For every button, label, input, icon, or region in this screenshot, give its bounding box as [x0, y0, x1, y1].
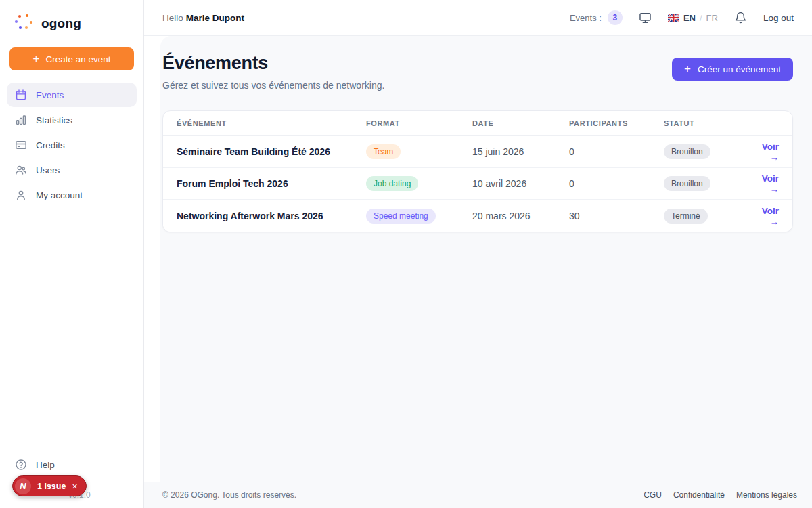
brand: ogong [0, 0, 143, 35]
table-header-row: ÉVÉNEMENTFORMATDATEPARTICIPANTSSTATUT [163, 111, 792, 136]
user-name: Marie Dupont [186, 13, 244, 23]
column-header: ÉVÉNEMENT [163, 119, 366, 127]
column-header: FORMAT [366, 119, 472, 127]
page-title: Événements [162, 53, 384, 74]
lang-fr[interactable]: FR [706, 13, 718, 23]
sidebar-item-label: Credits [36, 140, 65, 150]
footer-links: CGUConfidentialitéMentions légales [644, 490, 797, 500]
event-date: 20 mars 2026 [472, 211, 569, 221]
language-switcher[interactable]: EN / FR [668, 13, 718, 23]
sidebar-item-label: Events [36, 90, 64, 100]
ogong-logo-icon [13, 13, 35, 35]
issue-count-label: 1 Issue [37, 482, 66, 491]
event-participants: 0 [569, 178, 664, 189]
footer-link[interactable]: CGU [644, 490, 662, 500]
sidebar-item-label: Users [36, 165, 60, 175]
bell-icon[interactable] [734, 12, 747, 24]
sidebar-item[interactable]: Credits [7, 133, 137, 157]
table-row[interactable]: Networking Afterwork Mars 2026 Speed mee… [163, 200, 792, 232]
sidebar-item[interactable]: Events [7, 83, 137, 107]
format-badge: Speed meeting [366, 209, 436, 224]
credit-card-icon [15, 139, 27, 151]
sidebar-item-label: My account [36, 190, 83, 200]
close-icon[interactable]: × [72, 482, 77, 491]
status-badge: Brouillon [664, 176, 710, 191]
monitor-icon[interactable] [639, 12, 652, 24]
event-participants: 30 [569, 211, 664, 221]
user-icon [15, 189, 27, 201]
event-name: Forum Emploi Tech 2026 [163, 178, 366, 189]
copyright: © 2026 OGong. Tous droits reservés. [162, 490, 296, 500]
event-name: Séminaire Team Building Été 2026 [163, 146, 366, 157]
event-date: 15 juin 2026 [472, 146, 569, 157]
format-badge: Team [366, 144, 401, 159]
page-header: Événements Gérez et suivez tous vos évén… [162, 53, 793, 91]
topbar: HelloMarie Dupont Events : 3 [144, 0, 812, 36]
status-badge: Brouillon [664, 144, 710, 159]
format-badge: Job dating [366, 176, 418, 191]
column-header: STATUT [664, 119, 755, 127]
page-subtitle: Gérez et suivez tous vos événements de n… [162, 80, 384, 91]
topbar-actions: Events : 3 [570, 10, 794, 25]
help-circle-icon [15, 459, 27, 471]
column-header: PARTICIPANTS [569, 119, 664, 127]
sidebar-item[interactable]: My account [7, 183, 137, 207]
create-event-label: Create an event [45, 54, 110, 64]
view-link[interactable]: Voir → [762, 173, 779, 194]
issues-widget[interactable]: N 1 Issue × [12, 475, 87, 496]
footer-link[interactable]: Mentions légales [736, 490, 797, 500]
event-date: 10 avril 2026 [472, 178, 569, 189]
lang-en[interactable]: EN [683, 13, 696, 23]
content-panel: Événements Gérez et suivez tous vos évén… [160, 36, 812, 482]
footer: © 2026 OGong. Tous droits reservés. CGUC… [144, 482, 812, 508]
calendar-icon [15, 89, 27, 101]
events-table: ÉVÉNEMENTFORMATDATEPARTICIPANTSSTATUT Sé… [162, 110, 793, 232]
n-logo-icon: N [15, 478, 31, 494]
column-header: DATE [472, 119, 569, 127]
table-row[interactable]: Forum Emploi Tech 2026 Job dating 10 avr… [163, 168, 792, 200]
status-badge: Terminé [664, 209, 708, 224]
table-body: Séminaire Team Building Été 2026 Team 15… [163, 136, 792, 232]
sidebar-item[interactable]: Users [7, 158, 137, 182]
sidebar-item-help[interactable]: Help [7, 452, 137, 477]
view-link[interactable]: Voir → [762, 142, 779, 163]
help-label: Help [36, 460, 55, 470]
app-shell: ogong + Create an event Events Statistic… [0, 0, 812, 508]
event-participants: 0 [569, 146, 664, 157]
uk-flag-icon [668, 14, 679, 22]
bar-chart-icon [15, 114, 27, 126]
view-link[interactable]: Voir → [762, 206, 779, 227]
plus-icon: + [684, 63, 691, 75]
sidebar: ogong + Create an event Events Statistic… [0, 0, 144, 508]
main-column: HelloMarie Dupont Events : 3 [144, 0, 812, 508]
events-counter: Events : 3 [570, 10, 623, 25]
logout-button[interactable]: Log out [763, 13, 794, 23]
sidebar-item-label: Statistics [36, 115, 72, 125]
event-name: Networking Afterwork Mars 2026 [163, 211, 366, 221]
sidebar-nav: Events Statistics Credits Users My accou… [0, 83, 143, 207]
footer-link[interactable]: Confidentialité [673, 490, 725, 500]
create-event-button-fr[interactable]: + Créer un événement [672, 58, 793, 81]
plus-icon: + [33, 53, 40, 64]
greeting: HelloMarie Dupont [162, 13, 244, 23]
sidebar-item[interactable]: Statistics [7, 108, 137, 132]
create-event-button[interactable]: + Create an event [9, 47, 134, 70]
table-row[interactable]: Séminaire Team Building Été 2026 Team 15… [163, 136, 792, 168]
brand-name: ogong [41, 16, 81, 31]
users-icon [15, 164, 27, 176]
events-count-badge: 3 [608, 10, 623, 25]
